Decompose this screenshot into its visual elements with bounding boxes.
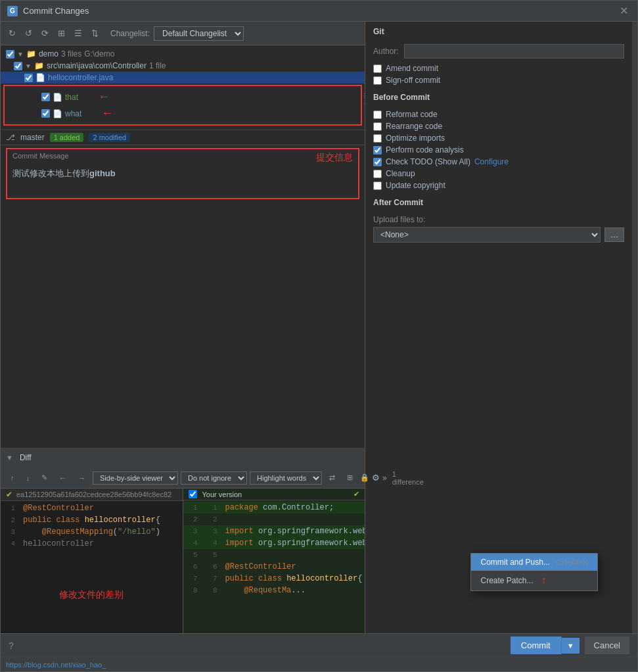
diff-right-line-8: 8 8 @RequestMa... [183,585,365,596]
optimize-checkbox[interactable] [373,134,382,143]
context-menu-label-commit-push: Commit and Push... [480,558,549,567]
tree-checkbox-root[interactable] [6,50,14,59]
diff-left-line-1: 1 @RestController [1,502,183,514]
commit-dropdown-arrow[interactable]: ▼ [562,638,580,654]
upload-dropdown[interactable]: <None> [373,227,601,243]
file-icon-what: 📄 [53,109,62,118]
toolbar-btn-group[interactable]: ⊞ [55,27,68,39]
diff-right-linenum-a5: 5 [183,551,203,559]
commit-text-bold: github [89,168,116,178]
diff-right-line-5: 5 5 [183,549,365,561]
arrow-that: ← [98,90,110,104]
diff-up-btn[interactable]: ↑ [6,472,19,484]
update-checkbox[interactable] [373,181,382,190]
toolbar-btn-sync[interactable]: ⟳ [39,27,51,39]
diff-right-line-6: 6 6 @RestController [183,561,365,573]
diff-fwd-btn[interactable]: → [74,472,90,484]
diff-right-linenum-a4: 4 [183,539,203,547]
diff-right-lines: 1 1 package com.Controller; 2 2 3 [183,500,365,598]
diff-right-label: Your version ✔ [183,489,365,500]
file-tree-area: ▼ 📁 demo 3 files G:\demo ▼ 📁 src\main\ja… [1,45,365,448]
author-label: Author: [373,47,399,56]
commit-btn-group: Commit ▼ [511,636,580,654]
reformat-label: Reformat code [386,110,438,119]
tree-checkbox-that[interactable] [41,93,50,101]
left-panel: ↻ ↺ ⟳ ⊞ ☰ ⇅ Changelist: Default Changeli… [1,22,365,633]
after-commit-title: After Commit [373,198,624,210]
context-menu-item-commit-push[interactable]: Commit and Push... Ctrl+Alt+K [471,554,597,571]
toolbar: ↻ ↺ ⟳ ⊞ ☰ ⇅ Changelist: Default Changeli… [1,22,365,45]
diff-toolbar: ↑ ↓ ✎ ← → Side-by-side viewer Do not ign… [1,468,365,489]
tree-checkbox-what[interactable] [41,109,50,118]
diff-right-linenum-a7: 7 [183,575,203,583]
commit-message-label-bar: Commit Message 提交信息 [7,149,358,165]
toolbar-btn-collapse[interactable]: ☰ [72,27,85,39]
branch-icon: ⎇ [6,133,15,142]
diff-edit-btn[interactable]: ✎ [37,471,52,484]
checktodo-label: Check TODO (Show All) [386,157,470,166]
diff-section: ▼ Diff ↑ ↓ ✎ ← → Side-by-side viewer Do … [1,448,365,633]
status-url[interactable]: https://blog.csdn.net/xiao_hao_ [6,661,106,669]
diff-left-content-2: public class hellocontroller{ [20,516,160,525]
commit-button[interactable]: Commit [511,636,562,654]
annotation-green-text: 绿色为新增文件 [364,89,365,101]
amend-checkbox[interactable] [373,64,382,73]
tree-item-what[interactable]: 📄 what ← [7,105,358,122]
optimize-label: Optimize imports [386,133,445,143]
diff-highlight-dropdown[interactable]: Highlight words [250,471,322,485]
diff-collapse-icon[interactable]: ▼ [6,454,13,462]
diff-left-content-3: @RequestMapping("/hello") [20,527,160,537]
tree-checkbox-src[interactable] [14,62,22,70]
diff-swap-btn[interactable]: ⇄ [325,471,340,484]
author-input[interactable] [404,44,624,59]
diff-ignore-dropdown[interactable]: Do not ignore [181,471,247,485]
perform-checkbox[interactable] [373,146,382,155]
signoff-label: Sign-off commit [386,76,440,85]
main-content: ↻ ↺ ⟳ ⊞ ☰ ⇅ Changelist: Default Changeli… [1,22,637,633]
changelist-dropdown[interactable]: Default Changelist [154,26,244,41]
right-panel-scrollbar[interactable] [632,22,637,633]
context-menu-item-create-patch[interactable]: Create Patch... ↑ [471,571,597,590]
diff-right-linenum-b6: 6 [203,563,223,571]
tree-arrow-src: ▼ [25,62,32,70]
signoff-checkbox[interactable] [373,76,382,85]
badge-modified: 2 modified [89,133,130,142]
commit-message-text[interactable]: 测试修改本地上传到github [7,165,358,198]
diff-right-linenum-a3: 3 [183,527,203,535]
upload-ellipsis-btn[interactable]: … [604,228,624,242]
status-bar: https://blog.csdn.net/xiao_hao_ [1,657,637,671]
tree-path-demo: G:\demo [84,49,114,59]
checktodo-checkbox[interactable] [373,158,382,166]
tree-label-hello: hellocontroller.java [48,73,113,82]
tree-item-src[interactable]: ▼ 📁 src\main\java\com\Controller 1 file [1,60,365,72]
diff-right-content-3: import org.springframework.web.bin... [223,527,365,536]
help-button[interactable]: ? [9,640,14,651]
tree-item-root[interactable]: ▼ 📁 demo 3 files G:\demo [1,48,365,60]
toolbar-btn-undo[interactable]: ↺ [22,27,35,39]
tree-checkbox-hello[interactable] [24,74,33,82]
diff-right-checkbox[interactable] [189,490,197,498]
diff-back-btn[interactable]: ← [55,472,71,484]
tree-meta-demo: 3 files [61,49,81,59]
diff-left-linenum-4: 4 [1,540,20,548]
cancel-button[interactable]: Cancel [585,636,629,654]
tree-item-hello[interactable]: 📄 hellocontroller.java [1,72,365,84]
cleanup-checkbox[interactable] [373,170,382,178]
diff-down-btn[interactable]: ↓ [22,472,35,484]
commit-annotation: 提交信息 [316,152,353,164]
update-row: Update copyright [373,181,624,190]
toolbar-btn-refresh[interactable]: ↻ [6,27,18,39]
toolbar-btn-expand[interactable]: ⇅ [89,27,101,39]
reformat-checkbox[interactable] [373,110,382,119]
arrow-what: ← [101,107,113,120]
git-title: Git [373,27,624,39]
rearrange-checkbox[interactable] [373,122,382,131]
diff-viewer-dropdown[interactable]: Side-by-side viewer [93,471,178,485]
tree-item-that[interactable]: 📄 that ← [7,89,358,105]
close-button[interactable]: ✕ [617,5,631,17]
diff-right: Your version ✔ 1 1 package com.Controlle… [183,489,365,633]
cleanup-row: Cleanup [373,169,624,178]
diff-left-content-4: hellocontroller [20,539,94,548]
diff-columns-btn[interactable]: ⊞ [342,471,357,484]
configure-link[interactable]: Configure [474,157,509,166]
